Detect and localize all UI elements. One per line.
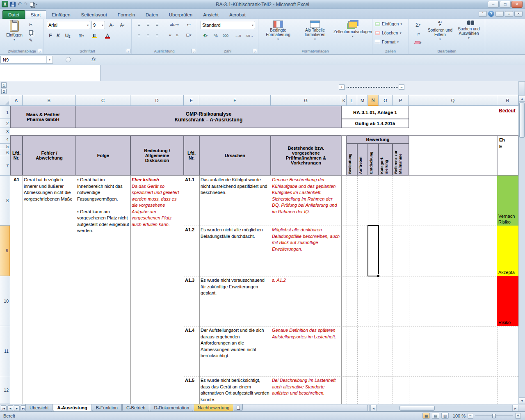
header-lfd-nr[interactable]: Lfd. Nr. (10, 135, 23, 176)
formula-bar-options-icon[interactable] (66, 57, 71, 62)
number-dialog-launcher-icon[interactable]: ⌟ (253, 49, 257, 53)
find-select-button[interactable]: Suchen und Auswählen▾ (455, 19, 483, 46)
font-size-select[interactable]: 9▾ (91, 21, 105, 29)
italic-button[interactable]: K (55, 32, 62, 40)
prev-sheet-icon[interactable]: ◀ (7, 405, 13, 411)
row-header-1[interactable]: 1 (0, 106, 10, 119)
header-rot-entdeckung[interactable]: Entdeckung (368, 144, 379, 176)
col-header-b[interactable]: B (23, 95, 76, 106)
row-header-11[interactable]: 11 (0, 326, 10, 376)
paste-button[interactable]: Einfügen▾ (5, 19, 24, 46)
align-center-icon[interactable]: ≡ (144, 31, 152, 39)
cell-legend-header[interactable]: Bedeut (499, 108, 518, 116)
col-header-e[interactable]: E (184, 95, 199, 106)
cell-a1-1-id[interactable]: A1.1 (185, 177, 199, 183)
row-header-8[interactable]: 8 (0, 176, 10, 226)
cell-risk-green[interactable]: Vernach Risiko (497, 176, 518, 226)
font-color-button[interactable]: A (102, 32, 113, 40)
align-left-icon[interactable]: ≡ (135, 31, 143, 39)
orientation-button[interactable]: ab↗▾ (167, 21, 182, 28)
sheet-tab-nachbewertung[interactable]: Nachbewertung (194, 404, 233, 412)
cell-a1-4-ursache[interactable]: Der Aufstellungsort und die sich daraus … (201, 327, 269, 374)
insert-worksheet-tab[interactable] (234, 404, 243, 411)
select-all-button[interactable] (0, 95, 10, 106)
insert-function-icon[interactable]: fx (91, 57, 96, 62)
fill-button[interactable]: ↓▾ (411, 30, 425, 37)
cell-a1-2-ursache[interactable]: Es wurden nicht alle möglichen Beladungs… (201, 227, 269, 274)
sheet-tab-uebersicht[interactable]: Übersicht (25, 404, 52, 412)
qat-customize-icon[interactable]: ▾ (36, 2, 37, 6)
number-format-select[interactable]: Standard▾ (201, 21, 255, 29)
cell-doc-title[interactable]: GMP-Risikoanalyse Kühlschrank – A-Ausrüs… (76, 106, 341, 128)
header-rot-auftreten[interactable]: Auftreten (357, 144, 368, 176)
col-header-k[interactable]: K (341, 95, 347, 106)
grow-font-button[interactable]: A▴ (107, 21, 116, 29)
cell-a1-fehler[interactable]: Gerät hat bezüglich innerer und äußerer … (24, 177, 75, 402)
undo-icon[interactable]: ↶ (18, 2, 22, 7)
conditional-formatting-button[interactable]: Bedingte Formatierung▾ (260, 19, 296, 46)
bold-button[interactable]: F (47, 32, 54, 40)
minimize-ribbon-icon[interactable]: ⌃ (479, 11, 487, 17)
cell-q-header-area[interactable] (409, 135, 497, 176)
row-header-7[interactable]: 7 (0, 156, 10, 176)
page-break-view-icon[interactable]: ▥ (441, 413, 449, 419)
col-header-q[interactable]: Q (409, 95, 497, 106)
sheet-tab-c-betrieb[interactable]: C-Betrieb (122, 404, 149, 412)
tab-start[interactable]: Start (25, 10, 46, 19)
zoom-out-icon[interactable]: − (468, 413, 473, 419)
scroll-up-icon[interactable]: ▲ (519, 95, 525, 102)
tab-ueberpruefen[interactable]: Überprüfen (164, 11, 198, 19)
cell-a1-5-ursache[interactable]: Es wurde nicht berücksichtigt, dass das … (201, 377, 269, 403)
col-header-l[interactable]: L (347, 95, 357, 106)
maximize-button[interactable]: □ (500, 1, 511, 8)
col-header-p[interactable]: P (393, 95, 409, 106)
sort-filter-button[interactable]: A↓Z Sortieren und Filtern▾ (427, 19, 453, 46)
vertical-scroll-thumb[interactable] (519, 103, 525, 138)
wrap-text-button[interactable]: ↩ (183, 21, 194, 28)
normal-view-icon[interactable]: ▦ (422, 413, 430, 419)
delete-cells-button[interactable]: Löschen▾ (375, 30, 401, 35)
sheet-tab-d-dokumentation[interactable]: D-Dokumentation (150, 404, 193, 412)
cell-a1-1-ursache[interactable]: Das anfallende Kühlgut wurde nicht ausre… (201, 177, 269, 224)
zoom-in-icon[interactable]: + (515, 413, 521, 419)
cell-a1-2-massnahme[interactable]: Möglichst alle denkbaren Beladungsfälle … (272, 227, 340, 274)
insert-cells-button[interactable]: Einfügen▾ (375, 21, 402, 26)
cell-a1-4-id[interactable]: A1.4 (185, 327, 199, 334)
header-rot-bedeutung[interactable]: Bedeutung (347, 144, 357, 176)
row-header-6[interactable]: 6 (0, 149, 10, 156)
header-rot-referenz[interactable]: Referenz zur Maßnahme (393, 144, 409, 176)
clear-button[interactable]: ▾ (411, 39, 425, 46)
collapse-group-icon[interactable]: − (399, 84, 404, 90)
font-dialog-launcher-icon[interactable]: ⌟ (126, 49, 130, 53)
tab-ansicht[interactable]: Ansicht (198, 11, 224, 19)
col-header-n[interactable]: N (368, 95, 379, 106)
col-header-r[interactable]: R (497, 95, 518, 106)
tab-formeln[interactable]: Formeln (112, 11, 140, 19)
col-header-m[interactable]: M (357, 95, 368, 106)
header-lfd-nr-2[interactable]: Lfd. Nr. (184, 135, 199, 176)
cell-a1-3-ursache[interactable]: Es wurde nicht vorausschauend für zukünf… (201, 277, 269, 324)
expand-group-icon[interactable]: + (339, 84, 345, 90)
tab-seitenlayout[interactable]: Seitenlayout (76, 11, 112, 19)
decrease-indent-icon[interactable]: « (167, 31, 173, 39)
row-header-12[interactable]: 12 (0, 376, 10, 404)
cell-a1-1-massnahme[interactable]: Genaue Beschreibung der Kühlaufgabe und … (272, 177, 340, 224)
cell-legend-lines[interactable]: Eh E (497, 135, 518, 176)
align-right-icon[interactable]: ≡ (153, 31, 161, 39)
shrink-font-button[interactable]: A▾ (117, 21, 127, 29)
vertical-scrollbar[interactable]: ▲ ▼ (518, 95, 525, 404)
cell-a1-folge[interactable]: • Gerät hat im Innenbereich nicht das no… (77, 177, 129, 402)
format-as-table-button[interactable]: Als Tabelle formatieren▾ (297, 19, 333, 46)
underline-button[interactable]: U ▾ (62, 32, 73, 40)
cut-button[interactable]: ✂ (26, 21, 35, 28)
merge-center-button[interactable]: ⊟▾ (183, 31, 195, 39)
col-header-d[interactable]: D (130, 95, 184, 106)
cell-company[interactable]: Maas & Peither Pharma GmbH (10, 106, 76, 128)
tab-einfuegen[interactable]: Einfügen (46, 11, 75, 19)
font-name-select[interactable]: Arial▾ (47, 21, 90, 29)
decrease-decimal-button[interactable]: ,00→ (244, 32, 255, 40)
copy-button[interactable] (26, 29, 35, 36)
cell-styles-button[interactable]: Zellenformatvorlagen▾ (334, 19, 371, 46)
tab-datei[interactable]: Datei (2, 10, 25, 19)
header-rot-kategorisierung[interactable]: Kategori- sierung (379, 144, 393, 176)
